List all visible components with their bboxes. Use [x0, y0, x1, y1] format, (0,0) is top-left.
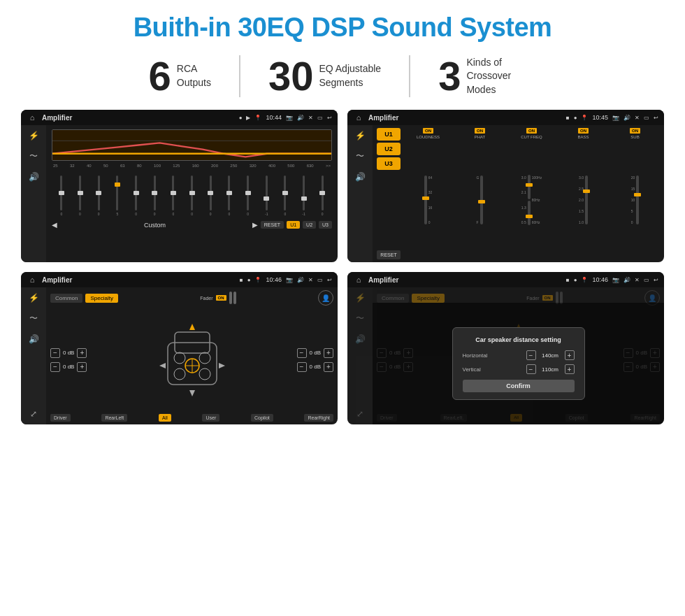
vol-icon-4: 🔊: [623, 277, 630, 283]
vol-row-4: − 0 dB +: [297, 362, 333, 372]
back-icon[interactable]: ↩: [327, 115, 332, 121]
camera-icon-3: 📷: [286, 277, 293, 283]
slider-4[interactable]: 5: [109, 176, 126, 216]
vol-minus-2[interactable]: −: [50, 362, 60, 372]
sub-on-btn[interactable]: ON: [630, 128, 640, 134]
rearright-btn[interactable]: RearRight: [304, 414, 333, 422]
common-expand-icon[interactable]: ⤢: [30, 409, 37, 419]
svg-point-6: [174, 352, 185, 364]
slider-13[interactable]: 0: [277, 176, 294, 216]
cutfreq-on-btn[interactable]: ON: [526, 128, 537, 134]
vertical-minus-btn[interactable]: −: [526, 364, 536, 374]
u1-btn[interactable]: U1: [377, 128, 401, 141]
eq-u1-btn[interactable]: U1: [287, 221, 300, 229]
slider-6[interactable]: 0: [146, 176, 163, 216]
fader-label: Fader: [200, 296, 212, 301]
fader-on-btn[interactable]: ON: [216, 295, 226, 301]
rearleft-btn[interactable]: RearLeft: [101, 414, 127, 422]
dialog-sidebar: ⚡ 〜 🔊 ⤢: [347, 287, 373, 424]
vertical-row: Vertical − 110cm +: [463, 364, 575, 374]
slider-15[interactable]: 0: [314, 176, 331, 216]
vol-icon: 🔊: [297, 115, 304, 121]
x-icon-3: ✕: [308, 277, 313, 283]
vol-minus-3[interactable]: −: [297, 348, 307, 358]
vol-plus-4[interactable]: +: [324, 362, 333, 372]
loudness-on-btn[interactable]: ON: [423, 128, 433, 134]
fader-slider-1[interactable]: [229, 292, 232, 304]
eq-reset-btn[interactable]: RESET: [261, 221, 284, 229]
home-icon-3[interactable]: ⌂: [27, 274, 38, 285]
home-icon-4[interactable]: ⌂: [353, 274, 364, 285]
back-icon-4[interactable]: ↩: [654, 277, 658, 283]
speaker-distance-dialog: Car speaker distance setting Horizontal …: [452, 327, 585, 400]
cutfreq-slider[interactable]: 3.02.11.30.5 100Hz80Hz60Hz: [507, 141, 556, 259]
vol-plus-1[interactable]: +: [77, 348, 87, 358]
horizontal-minus-btn[interactable]: −: [526, 350, 536, 360]
bass-on-btn[interactable]: ON: [578, 128, 589, 134]
common-screen-title: Amplifier: [42, 276, 236, 284]
common-vol-icon[interactable]: 🔊: [29, 334, 39, 344]
slider-3[interactable]: 0: [90, 176, 107, 216]
copilot-btn[interactable]: Copilot: [251, 414, 273, 422]
crossover-filter-icon[interactable]: ⚡: [355, 131, 366, 141]
vol-minus-4[interactable]: −: [297, 362, 307, 372]
slider-2[interactable]: 0: [72, 176, 89, 216]
phat-on-btn[interactable]: ON: [475, 128, 485, 134]
eq-filter-icon[interactable]: ⚡: [29, 131, 39, 141]
x-icon-4: ✕: [635, 277, 640, 283]
back-icon-2[interactable]: ↩: [654, 115, 658, 121]
slider-10[interactable]: 0: [221, 176, 238, 216]
specialty-tab[interactable]: Specialty: [85, 294, 117, 303]
stat-desc-eq: EQ Adjustable Segments: [319, 62, 381, 89]
bass-slider[interactable]: 3.02.52.01.51.0: [558, 141, 608, 259]
loudness-slider[interactable]: 64 32 16 0: [403, 141, 453, 259]
eq-prev-btn[interactable]: ◀: [52, 221, 57, 229]
svg-marker-13: [189, 324, 195, 330]
pin-icon-2: 📍: [581, 115, 588, 121]
crossover-vol-icon[interactable]: 🔊: [355, 172, 366, 182]
fader-row: Fader ON: [200, 292, 236, 304]
crossover-reset-btn[interactable]: RESET: [377, 250, 401, 259]
vertical-plus-btn[interactable]: +: [565, 364, 575, 374]
phat-slider[interactable]: G F: [455, 141, 505, 259]
sub-slider[interactable]: 20151050: [610, 141, 660, 259]
crossover-wave-icon[interactable]: 〜: [356, 150, 364, 162]
common-tab[interactable]: Common: [50, 294, 82, 303]
ch-sub: ON SUB 20151050: [610, 128, 660, 259]
dialog-overlay: Car speaker distance setting Horizontal …: [373, 303, 664, 424]
eq-wave-icon[interactable]: 〜: [29, 150, 38, 162]
vol-plus-3[interactable]: +: [324, 348, 333, 358]
eq-u3-btn[interactable]: U3: [319, 221, 332, 229]
u2-btn[interactable]: U2: [377, 143, 401, 155]
horizontal-controls: − 140cm +: [526, 350, 575, 360]
car-diagram-svg: [157, 322, 227, 399]
u3-btn[interactable]: U3: [377, 157, 401, 170]
horizontal-plus-btn[interactable]: +: [565, 350, 575, 360]
slider-12[interactable]: -1: [258, 176, 275, 216]
slider-9[interactable]: 0: [202, 176, 219, 216]
common-filter-icon[interactable]: ⚡: [29, 293, 39, 303]
eq-u2-btn[interactable]: U2: [303, 221, 316, 229]
all-btn[interactable]: All: [159, 414, 171, 422]
slider-8[interactable]: 0: [184, 176, 201, 216]
home-icon[interactable]: ⌂: [27, 112, 38, 123]
driver-btn[interactable]: Driver: [50, 414, 71, 422]
user-btn[interactable]: User: [202, 414, 219, 422]
common-wave-icon[interactable]: 〜: [29, 313, 38, 324]
slider-5[interactable]: 0: [128, 176, 145, 216]
crossover-content: ⚡ 〜 🔊 U1 U2 U3 RESET ON LO: [347, 125, 664, 262]
slider-1[interactable]: 0: [53, 176, 70, 216]
back-icon-3[interactable]: ↩: [327, 277, 332, 283]
vol-minus-1[interactable]: −: [50, 348, 60, 358]
dialog-vol-icon: 🔊: [355, 334, 366, 344]
slider-14[interactable]: -1: [296, 176, 312, 216]
vol-plus-2[interactable]: +: [77, 362, 87, 372]
eq-vol-icon[interactable]: 🔊: [29, 172, 39, 182]
eq-next-btn[interactable]: ▶: [252, 221, 258, 229]
crossover-screen-title: Amplifier: [368, 114, 562, 122]
slider-7[interactable]: 0: [165, 176, 182, 216]
confirm-button[interactable]: Confirm: [463, 380, 575, 392]
home-icon-2[interactable]: ⌂: [353, 112, 364, 123]
fader-slider-2[interactable]: [233, 292, 236, 304]
slider-11[interactable]: 0: [240, 176, 257, 216]
